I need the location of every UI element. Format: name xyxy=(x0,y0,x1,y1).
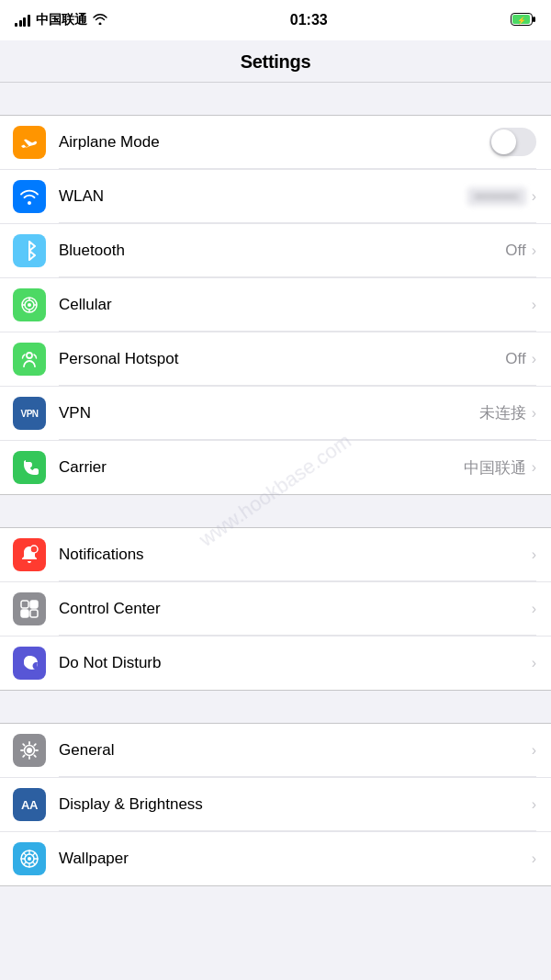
personal-hotspot-row[interactable]: Personal Hotspot Off › xyxy=(0,332,551,387)
section-divider-bottom xyxy=(0,886,551,918)
vpn-chevron: › xyxy=(532,405,536,422)
signal-bars xyxy=(15,15,30,27)
cellular-icon xyxy=(13,288,46,321)
notifications-icon xyxy=(13,538,46,571)
bluetooth-icon xyxy=(13,234,46,267)
wlan-value: •••••••• xyxy=(467,187,525,206)
general-right: › xyxy=(532,742,536,759)
svg-point-6 xyxy=(28,303,31,307)
display-brightness-row[interactable]: AA Display & Brightness › xyxy=(0,778,551,832)
carrier-value: 中国联通 xyxy=(464,457,526,479)
wifi-icon xyxy=(93,13,107,28)
svg-rect-15 xyxy=(21,610,28,617)
general-label: General xyxy=(59,741,114,760)
wallpaper-label: Wallpaper xyxy=(59,850,129,868)
svg-rect-14 xyxy=(21,601,28,608)
bluetooth-row[interactable]: Bluetooth Off › xyxy=(0,224,551,278)
do-not-disturb-icon xyxy=(13,647,46,680)
vpn-text: VPN xyxy=(20,409,38,419)
airplane-mode-toggle[interactable] xyxy=(489,128,536,156)
cellular-content: Cellular › xyxy=(59,278,536,332)
svg-point-22 xyxy=(28,857,31,861)
control-center-label: Control Center xyxy=(59,600,161,618)
carrier-label: Carrier xyxy=(59,458,107,477)
system-section: Notifications › Control Center › xyxy=(0,527,551,691)
carrier-chevron: › xyxy=(532,459,536,476)
do-not-disturb-label: Do Not Disturb xyxy=(59,654,161,672)
cellular-label: Cellular xyxy=(59,296,112,314)
bluetooth-chevron: › xyxy=(532,242,536,259)
wallpaper-content: Wallpaper › xyxy=(59,832,536,885)
display-brightness-label: Display & Brightness xyxy=(59,795,203,814)
aa-text: AA xyxy=(21,798,38,812)
device-section: General › AA Display & Brightness › xyxy=(0,723,551,886)
wlan-right: •••••••• › xyxy=(467,187,536,206)
wallpaper-right: › xyxy=(532,850,536,867)
general-content: General › xyxy=(59,724,536,777)
do-not-disturb-right: › xyxy=(532,655,536,671)
battery-icon: ⚡ xyxy=(511,13,536,28)
airplane-mode-label: Airplane Mode xyxy=(59,133,160,152)
status-left: 中国联通 xyxy=(15,12,107,28)
general-chevron: › xyxy=(532,742,536,759)
control-center-chevron: › xyxy=(532,601,536,617)
wallpaper-icon xyxy=(13,842,46,875)
status-bar: 中国联通 01:33 ⚡ xyxy=(0,0,551,40)
vpn-icon: VPN xyxy=(13,397,46,430)
status-time: 01:33 xyxy=(290,12,328,28)
cellular-right: › xyxy=(532,297,536,313)
svg-rect-16 xyxy=(30,601,38,608)
svg-point-11 xyxy=(27,353,32,358)
section-divider-3 xyxy=(0,691,551,723)
nav-bar: Settings xyxy=(0,40,551,83)
cellular-row[interactable]: Cellular › xyxy=(0,278,551,332)
vpn-right: 未连接 › xyxy=(479,402,536,423)
carrier-row[interactable]: Carrier 中国联通 › xyxy=(0,441,551,494)
airplane-mode-content: Airplane Mode xyxy=(59,116,536,169)
personal-hotspot-label: Personal Hotspot xyxy=(59,350,178,368)
airplane-mode-right[interactable] xyxy=(489,128,536,156)
svg-text:⚡: ⚡ xyxy=(517,16,526,25)
notifications-chevron: › xyxy=(532,546,536,563)
display-brightness-icon: AA xyxy=(13,788,46,821)
display-brightness-right: › xyxy=(532,796,536,813)
vpn-label: VPN xyxy=(59,404,91,422)
bluetooth-content: Bluetooth Off › xyxy=(59,224,536,277)
control-center-content: Control Center › xyxy=(59,582,536,636)
svg-point-18 xyxy=(27,748,32,753)
do-not-disturb-row[interactable]: Do Not Disturb › xyxy=(0,636,551,690)
carrier-icon xyxy=(13,451,46,484)
wlan-row[interactable]: WLAN •••••••• › xyxy=(0,170,551,224)
wlan-icon xyxy=(13,180,46,213)
svg-rect-17 xyxy=(30,610,38,617)
svg-point-13 xyxy=(32,547,36,551)
control-center-icon xyxy=(13,592,46,625)
control-center-row[interactable]: Control Center › xyxy=(0,582,551,636)
wallpaper-row[interactable]: Wallpaper › xyxy=(0,832,551,885)
general-row[interactable]: General › xyxy=(0,724,551,778)
section-divider-2 xyxy=(0,495,551,527)
carrier-right: 中国联通 › xyxy=(464,457,536,479)
bluetooth-label: Bluetooth xyxy=(59,242,125,260)
vpn-content: VPN 未连接 › xyxy=(59,387,536,440)
bluetooth-value: Off xyxy=(505,242,525,260)
vpn-row[interactable]: VPN VPN 未连接 › xyxy=(0,387,551,441)
status-right: ⚡ xyxy=(511,13,536,28)
vpn-value: 未连接 xyxy=(479,402,526,423)
wallpaper-chevron: › xyxy=(532,850,536,867)
wlan-content: WLAN •••••••• › xyxy=(59,170,536,223)
cellular-chevron: › xyxy=(532,297,536,313)
svg-rect-2 xyxy=(533,17,535,22)
airplane-mode-row[interactable]: Airplane Mode xyxy=(0,116,551,170)
carrier-content: Carrier 中国联通 › xyxy=(59,441,536,494)
section-divider-top xyxy=(0,83,551,115)
connectivity-section: Airplane Mode WLAN •••••••• › xyxy=(0,115,551,495)
general-icon xyxy=(13,734,46,767)
personal-hotspot-value: Off xyxy=(505,350,525,368)
bluetooth-right: Off › xyxy=(505,242,536,260)
wlan-chevron: › xyxy=(532,188,536,205)
personal-hotspot-chevron: › xyxy=(532,351,536,367)
notifications-row[interactable]: Notifications › xyxy=(0,528,551,582)
wlan-label: WLAN xyxy=(59,187,104,206)
page-title: Settings xyxy=(241,51,311,72)
